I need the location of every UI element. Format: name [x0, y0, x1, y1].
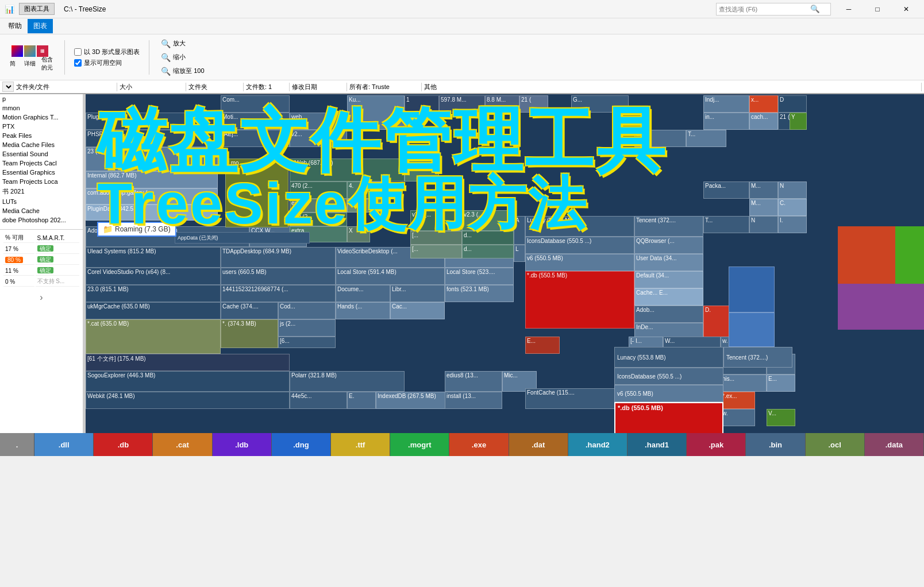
tile-db[interactable]: *.db (550.5 MB) — [614, 402, 723, 433]
treemap-tile-99[interactable]: M... — [749, 181, 778, 199]
filetype-item-2[interactable]: .db — [94, 433, 153, 456]
treemap-tile-36[interactable]: IndexedDB (267.5 MB) — [376, 392, 451, 409]
treemap-tile-29[interactable]: SogouExplorer (446.3 MB) — [86, 371, 290, 392]
filetype-item-10[interactable]: .hand2 — [568, 433, 627, 456]
menu-help[interactable]: 帮助 — [2, 19, 28, 33]
sidebar-item-photoshop[interactable]: dobe Photoshop 202... — [0, 215, 83, 225]
view-simple-btn[interactable]: 简 — [5, 58, 21, 69]
sidebar-item-0[interactable]: p — [0, 94, 83, 103]
treemap-tile-68[interactable]: X — [347, 226, 370, 242]
tile-blue-sq2[interactable] — [729, 312, 775, 347]
treemap-tile-104[interactable]: N — [749, 216, 778, 233]
filetype-item-13[interactable]: .bin — [746, 433, 805, 456]
treemap-tile-69[interactable]: *.mo... — [225, 159, 288, 227]
treemap-tile-27[interactable]: [6... — [278, 337, 336, 348]
checkbox-space-label[interactable]: 显示可用空间 — [74, 59, 140, 67]
treemap-tile-34[interactable]: 44e5c... — [290, 392, 347, 409]
tile-iconsdb[interactable]: IconsDatabase (550.5 ...) — [614, 368, 723, 385]
treemap-tile-70[interactable]: v2.5 (... — [410, 210, 462, 231]
treemap-tile-74[interactable]: d... — [462, 231, 514, 245]
checkbox-space[interactable] — [74, 59, 82, 67]
treemap-tile-12[interactable]: Local Store (591.4 MB) — [336, 268, 445, 285]
treemap-tile-10[interactable]: Corel VideoStudio Pro (x64) (8... — [86, 268, 221, 285]
zoom-in-btn[interactable]: 🔍 放大 — [159, 38, 206, 49]
treemap-tile-7[interactable]: TDAppDesktop (684.9 MB) — [221, 247, 336, 268]
sidebar-item-peak[interactable]: Peak Files — [0, 131, 83, 140]
treemap-tile-78[interactable]: v2... — [290, 130, 347, 147]
treemap-tile-55[interactable]: w. — [721, 409, 755, 426]
col-header-alloc[interactable]: 文件夹 — [186, 83, 244, 91]
treemap-tile-102[interactable]: C. — [778, 199, 807, 216]
filetype-item-11[interactable]: .hand1 — [627, 433, 687, 456]
filetype-item-3[interactable]: .cat — [153, 433, 212, 456]
treemap-tile-64[interactable]: extra... — [290, 199, 347, 213]
sidebar-item-team-cache[interactable]: Team Projects Cacl — [0, 159, 83, 168]
roaming-box[interactable]: 📁 Roaming (7.3 GB) — [97, 222, 176, 237]
sidebar-item-motion[interactable]: Motion Graphics T... — [0, 113, 83, 122]
treemap-tile-18[interactable]: fonts (523.1 MB) — [445, 285, 514, 302]
treemap-tile-116[interactable]: V... — [767, 409, 795, 426]
treemap-tile-100[interactable]: N — [778, 181, 807, 199]
purple-block[interactable] — [838, 284, 924, 330]
sidebar-item-1[interactable]: mmon — [0, 103, 83, 113]
treemap-tile-28[interactable]: [61 个文件] (175.4 MB) — [86, 354, 290, 371]
treemap-tile-33[interactable]: Webkit (248.1 MB) — [86, 392, 290, 409]
treemap-tile-96[interactable]: T... — [686, 130, 726, 147]
treemap-tile-17[interactable]: Libr... — [390, 285, 445, 302]
treemap-tile-73[interactable]: [... — [410, 245, 462, 258]
treemap-tile-61[interactable]: T — [405, 159, 439, 181]
filetype-item-0[interactable]: . — [0, 433, 34, 456]
treemap-tile-59[interactable]: E... — [767, 374, 795, 392]
treemap-tile-84[interactable]: 1 — [405, 95, 439, 113]
treemap-tile-60[interactable]: XWeb (687.7 ...) — [290, 159, 405, 181]
treemap-tile-89[interactable]: Indj... — [703, 95, 749, 113]
col-dropdown[interactable]: C:\ — [2, 82, 14, 92]
treemap-tile-23[interactable]: Cac... — [390, 302, 445, 319]
treemap-tile-21[interactable]: Cod... — [278, 302, 336, 319]
treemap-tile-15[interactable]: 144115232126968774 (... — [221, 285, 336, 302]
treemap-tile-65[interactable]: e — [347, 199, 382, 213]
sidebar-item-ptx[interactable]: PTX — [0, 122, 83, 131]
treemap-tile-103[interactable]: T... — [703, 216, 749, 233]
treemap-tile-79[interactable]: Plug... — [86, 113, 221, 130]
search-box[interactable]: 🔍 — [716, 3, 831, 16]
treemap-tile-88[interactable]: G... — [571, 95, 629, 113]
col-header-other[interactable]: 其他 — [422, 83, 922, 91]
filetype-item-6[interactable]: .ttf — [331, 433, 390, 456]
col-header-0[interactable]: 文件夹/文件 — [14, 83, 117, 91]
treemap-tile-45[interactable]: User Data (34... — [634, 254, 703, 271]
treemap-tile-93[interactable]: cach... — [749, 113, 778, 130]
search-input[interactable] — [717, 6, 808, 13]
treemap-tile-98[interactable]: Packa... — [703, 181, 749, 199]
menu-chart[interactable]: 图表 — [28, 19, 53, 33]
treemap-tile-31[interactable]: edius8 (13... — [445, 371, 502, 392]
green-block[interactable] — [895, 226, 924, 284]
treemap-tile-22[interactable]: Hands (... — [336, 302, 390, 319]
treemap-tile-40[interactable]: IconsDatabase (550.5 ...) — [525, 237, 634, 254]
treemap-tile-87[interactable]: 21 ( — [519, 95, 548, 113]
filetype-item-14[interactable]: .ocl — [806, 433, 865, 456]
treemap-tile-11[interactable]: users (660.5 MB) — [221, 268, 336, 285]
filetype-item-9[interactable]: .dat — [509, 433, 568, 456]
treemap-tile-91[interactable]: D — [778, 95, 807, 113]
treemap-tile-86[interactable]: 8.8 M... — [485, 95, 519, 113]
treemap-tile-58[interactable]: his... — [721, 374, 767, 392]
filetype-item-7[interactable]: .mogrt — [390, 433, 449, 456]
filetype-item-8[interactable]: .exe — [449, 433, 509, 456]
checkbox-3d[interactable] — [74, 48, 82, 56]
treemap-tile-39[interactable]: Lunacy (553.8 MB) — [525, 216, 634, 237]
treemap-tile-109[interactable]: E... — [525, 337, 560, 354]
sidebar-item-book[interactable]: 书 2021 — [0, 186, 83, 197]
treemap-tile-108[interactable]: D. — [703, 306, 732, 340]
treemap-tile-24[interactable]: *.cat (635.0 MB) — [86, 319, 221, 354]
checkbox-3d-label[interactable]: 以 3D 形式显示图表 — [74, 48, 140, 56]
treemap-tile-66[interactable]: 440 (2... — [290, 213, 347, 226]
treemap-tile-82[interactable]: Com... — [221, 95, 290, 113]
treemap-tile-80[interactable]: Moti... — [221, 113, 290, 130]
treemap-tile-71[interactable]: v2.3 (... — [462, 210, 514, 231]
treemap-tile-92[interactable]: in... — [703, 113, 749, 130]
treemap-tile-47[interactable]: Cache... E... — [634, 288, 703, 306]
treemap-tile-20[interactable]: Cache (374.... — [221, 302, 278, 319]
treemap-tile-46[interactable]: Default (34... — [634, 271, 703, 288]
treemap-tile-30[interactable]: Polarr (321.8 MB) — [290, 371, 405, 392]
